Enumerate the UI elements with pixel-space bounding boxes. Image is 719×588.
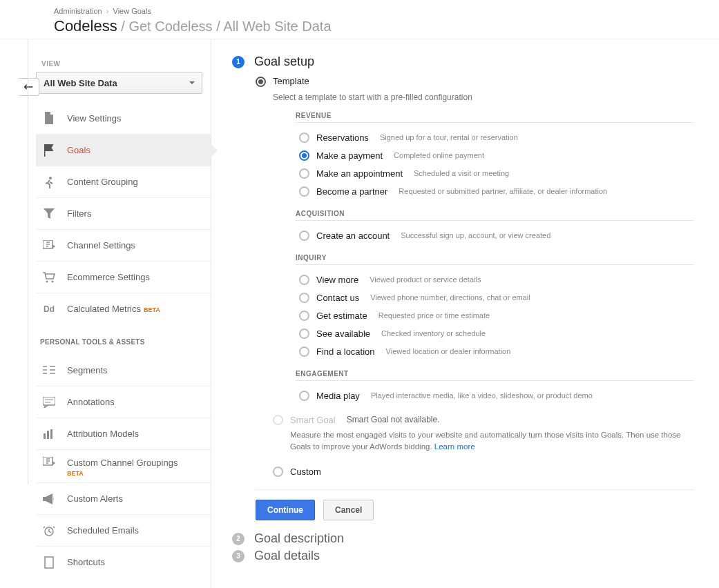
cancel-button[interactable]: Cancel — [323, 500, 374, 520]
step-3-header[interactable]: 3 Goal details — [232, 549, 694, 563]
step-title: Goal description — [254, 531, 344, 546]
nav-label: Scheduled Emails — [67, 525, 139, 536]
template-make-appointment[interactable]: Make an appointmentScheduled a visit or … — [299, 164, 694, 182]
channel-icon — [42, 455, 56, 469]
nav-goals[interactable]: Goals — [36, 134, 211, 166]
template-view-more[interactable]: View moreViewed product or service detai… — [299, 271, 694, 288]
nav-view-settings[interactable]: View Settings — [36, 102, 211, 134]
speech-bubble-icon — [42, 395, 56, 409]
document-icon — [42, 111, 56, 125]
nav-label: Channel Settings — [67, 240, 135, 251]
nav-filters[interactable]: Filters — [36, 197, 211, 229]
radio[interactable] — [299, 293, 309, 303]
nav-attribution-models[interactable]: Attribution Models — [36, 418, 211, 449]
nav-label: Shortcuts — [67, 557, 105, 567]
step-title: Goal details — [254, 549, 320, 563]
sidebar: VIEW All Web Site Data View Settings Goa… — [36, 39, 211, 588]
nav-calculated-metrics[interactable]: Dd Calculated MetricsBETA — [36, 293, 211, 324]
step-number: 3 — [232, 550, 245, 562]
nav-scheduled-emails[interactable]: Scheduled Emails — [36, 514, 211, 546]
step-number: 2 — [232, 533, 245, 545]
property-name: Codeless — [54, 17, 117, 35]
category-inquiry: INQUIRY — [296, 254, 694, 265]
cart-icon — [42, 271, 56, 284]
radio[interactable] — [299, 275, 309, 285]
nav-label: Annotations — [67, 397, 115, 407]
template-create-account[interactable]: Create an accountSuccessful sign up, acc… — [299, 226, 694, 244]
step-1-header: 1 Goal setup — [232, 55, 694, 69]
channel-icon — [42, 239, 56, 253]
template-find-location[interactable]: Find a locationViewed location or dealer… — [299, 342, 694, 360]
svg-rect-4 — [43, 397, 55, 405]
bars-icon — [42, 427, 56, 441]
nav-content-grouping[interactable]: Content Grouping — [36, 166, 211, 197]
radio[interactable] — [299, 346, 309, 357]
template-see-available[interactable]: See availableChecked inventory or schedu… — [299, 324, 694, 342]
svg-rect-6 — [47, 431, 49, 439]
view-dropdown[interactable]: All Web Site Data — [36, 72, 202, 94]
nav-shortcuts[interactable]: Shortcuts — [36, 546, 211, 578]
smart-goal-label: Smart Goal — [290, 415, 336, 425]
svg-point-2 — [46, 280, 48, 282]
personal-nav: Segments Annotations Attribution Models … — [36, 354, 211, 578]
nav-label: Filters — [67, 208, 91, 219]
nav-segments[interactable]: Segments — [36, 354, 211, 386]
funnel-icon — [42, 207, 56, 221]
radio[interactable] — [299, 391, 309, 401]
profile-name: Get Codeless — [128, 19, 212, 34]
radio-custom[interactable] — [273, 467, 283, 477]
document-icon — [42, 556, 56, 569]
step-number: 1 — [232, 56, 245, 68]
option-custom[interactable]: Custom — [273, 466, 694, 477]
radio[interactable] — [299, 329, 309, 339]
page-header: Administration › View Goals Codeless / G… — [0, 0, 719, 39]
option-label: Template — [273, 76, 309, 86]
option-template[interactable]: Template — [256, 76, 694, 87]
view-nav: View Settings Goals Content Grouping Fil… — [36, 102, 211, 324]
template-make-payment[interactable]: Make a paymentCompleted online payment — [299, 146, 694, 164]
step-2-header[interactable]: 2 Goal description — [232, 531, 694, 546]
radio[interactable] — [299, 231, 309, 241]
beta-badge: BETA — [144, 306, 160, 313]
category-engagement: ENGAGEMENT — [296, 370, 694, 381]
flag-icon — [42, 144, 56, 157]
radio[interactable] — [299, 168, 309, 179]
svg-rect-5 — [44, 433, 46, 439]
nav-label: Attribution Models — [67, 429, 139, 439]
radio[interactable] — [299, 186, 309, 197]
radio[interactable] — [299, 150, 309, 161]
nav-custom-channel-groupings[interactable]: Custom Channel Groupings BETA — [36, 449, 211, 482]
radio-template[interactable] — [256, 77, 266, 87]
nav-ecommerce-settings[interactable]: Ecommerce Settings — [36, 261, 211, 293]
radio[interactable] — [299, 311, 309, 321]
svg-point-3 — [52, 280, 54, 282]
nav-label: Custom Channel Groupings — [67, 458, 178, 468]
breadcrumb-separator: › — [106, 7, 109, 15]
nav-label: Segments — [67, 365, 108, 375]
breadcrumb-item[interactable]: View Goals — [113, 7, 151, 15]
nav-custom-alerts[interactable]: Custom Alerts — [36, 482, 211, 514]
beta-badge: BETA — [67, 470, 84, 477]
nav-annotations[interactable]: Annotations — [36, 386, 211, 418]
nav-channel-settings[interactable]: Channel Settings — [36, 229, 211, 261]
template-reservations[interactable]: ReservationsSigned up for a tour, rental… — [299, 128, 694, 146]
template-contact-us[interactable]: Contact usViewed phone number, direction… — [299, 288, 694, 306]
breadcrumb-item[interactable]: Administration — [54, 7, 102, 15]
svg-point-0 — [49, 177, 52, 179]
nav-label: Content Grouping — [67, 177, 138, 187]
button-row: Continue Cancel — [256, 489, 694, 520]
radio[interactable] — [299, 133, 309, 143]
content-area: 1 Goal setup Template Select a template … — [211, 39, 719, 588]
breadcrumb: Administration › View Goals — [54, 7, 719, 15]
nav-label: Calculated MetricsBETA — [67, 304, 160, 314]
category-acquisition: ACQUISITION — [296, 210, 694, 221]
template-media-play[interactable]: Media playPlayed interactive media, like… — [299, 386, 694, 404]
segments-icon — [42, 363, 56, 377]
learn-more-link[interactable]: Learn more — [434, 442, 475, 451]
chevron-down-icon — [189, 81, 195, 84]
nav-label: Goals — [67, 145, 90, 155]
nav-label: View Settings — [67, 113, 122, 124]
template-get-estimate[interactable]: Get estimateRequested price or time esti… — [299, 306, 694, 324]
continue-button[interactable]: Continue — [256, 500, 315, 520]
template-become-partner[interactable]: Become a partnerRequested or submitted p… — [299, 182, 694, 200]
